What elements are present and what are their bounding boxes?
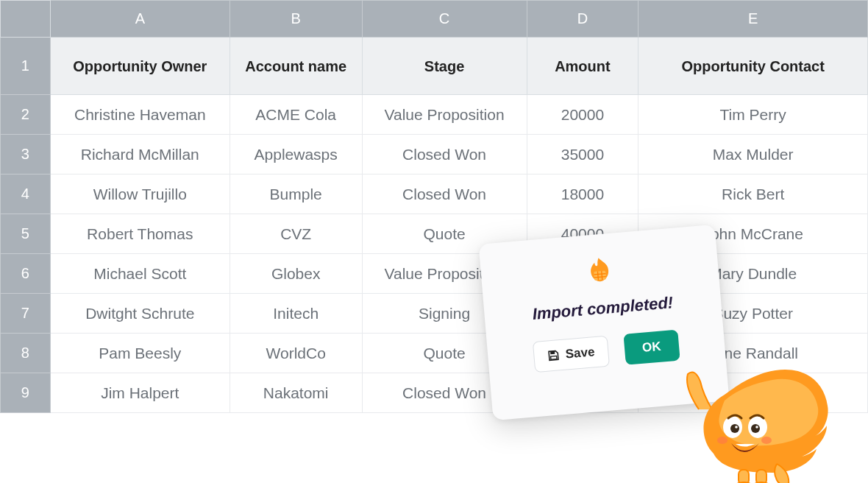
svg-point-13 <box>717 437 728 444</box>
table-row: 8 Pam Beesly WorldCo Quote Jane Randall <box>1 334 868 373</box>
row-number[interactable]: 7 <box>1 294 51 334</box>
cell-owner[interactable]: Christine Haveman <box>50 95 230 135</box>
header-contact[interactable]: Opportunity Contact <box>638 38 868 95</box>
modal-title: Import completed! <box>532 293 674 324</box>
cell-owner[interactable]: Richard McMillan <box>50 135 230 174</box>
table-row: 3 Richard McMillan Applewasps Closed Won… <box>1 135 868 174</box>
cell-owner[interactable]: Willow Trujillo <box>50 174 230 214</box>
cell-owner[interactable]: Robert Thomas <box>50 214 230 254</box>
modal-buttons: Save OK <box>533 330 680 373</box>
row-number[interactable]: 8 <box>1 334 51 373</box>
cell-account[interactable]: CVZ <box>230 214 362 254</box>
cell-account[interactable]: Bumple <box>230 174 362 214</box>
svg-point-11 <box>735 426 738 429</box>
header-row: 1 Opportunity Owner Account name Stage A… <box>1 38 868 95</box>
cell-amount[interactable]: 20000 <box>527 95 638 135</box>
cell-owner[interactable]: Dwitght Schrute <box>50 294 230 334</box>
header-account[interactable]: Account name <box>230 38 362 95</box>
cell-stage[interactable]: Closed Won <box>362 135 527 174</box>
spreadsheet[interactable]: A B C D E 1 Opportunity Owner Account na… <box>0 0 868 413</box>
cell-contact[interactable]: Rick Bert <box>638 174 868 214</box>
col-letter-A[interactable]: A <box>50 1 230 38</box>
svg-point-7 <box>723 416 742 438</box>
col-letter-E[interactable]: E <box>638 1 868 38</box>
ok-button-label: OK <box>641 339 661 355</box>
svg-rect-6 <box>551 356 557 360</box>
save-button[interactable]: Save <box>533 336 610 373</box>
save-button-label: Save <box>565 345 595 362</box>
flame-grid-icon <box>584 255 616 287</box>
row-number[interactable]: 9 <box>1 373 51 413</box>
cell-account[interactable]: Nakatomi <box>230 373 362 413</box>
col-letter-D[interactable]: D <box>527 1 638 38</box>
cell-account[interactable]: Initech <box>230 294 362 334</box>
svg-rect-5 <box>550 351 555 354</box>
svg-point-10 <box>751 424 760 433</box>
cell-account[interactable]: ACME Cola <box>230 95 362 135</box>
svg-rect-0 <box>594 271 606 281</box>
table-row: 4 Willow Trujillo Bumple Closed Won 1800… <box>1 174 868 214</box>
svg-point-8 <box>748 416 767 438</box>
table-row: 6 Michael Scott Globex Value Proposition… <box>1 254 868 294</box>
cell-stage[interactable]: Closed Won <box>362 174 527 214</box>
cell-account[interactable]: Globex <box>230 254 362 294</box>
cell-amount[interactable]: 35000 <box>527 135 638 174</box>
header-stage[interactable]: Stage <box>362 38 527 95</box>
col-letter-B[interactable]: B <box>230 1 362 38</box>
table-row: 7 Dwitght Schrute Initech Signing Suzy P… <box>1 294 868 334</box>
col-letter-C[interactable]: C <box>362 1 527 38</box>
table-row: 2 Christine Haveman ACME Cola Value Prop… <box>1 95 868 135</box>
cell-account[interactable]: WorldCo <box>230 334 362 373</box>
row-number[interactable]: 4 <box>1 174 51 214</box>
table-row: 9 Jim Halpert Nakatomi Closed Won 11000 <box>1 373 868 413</box>
row-number[interactable]: 6 <box>1 254 51 294</box>
cell-owner[interactable]: Jim Halpert <box>50 373 230 413</box>
table-row: 5 Robert Thomas CVZ Quote 40000 John McC… <box>1 214 868 254</box>
ok-button[interactable]: OK <box>624 330 680 365</box>
import-complete-modal: Import completed! Save OK <box>479 225 730 420</box>
cell-stage[interactable]: Value Proposition <box>362 95 527 135</box>
row-number[interactable]: 2 <box>1 95 51 135</box>
svg-rect-15 <box>739 470 749 483</box>
cell-contact[interactable]: Tim Perry <box>638 95 868 135</box>
svg-point-12 <box>755 426 758 429</box>
column-letter-row: A B C D E <box>1 1 868 38</box>
svg-point-9 <box>730 424 739 433</box>
row-number[interactable]: 1 <box>1 38 51 95</box>
cell-account[interactable]: Applewasps <box>230 135 362 174</box>
svg-point-14 <box>761 437 772 444</box>
cell-contact[interactable]: Max Mulder <box>638 135 868 174</box>
save-icon <box>547 349 560 362</box>
row-number[interactable]: 3 <box>1 135 51 174</box>
cell-owner[interactable]: Pam Beesly <box>50 334 230 373</box>
header-owner[interactable]: Opportunity Owner <box>50 38 230 95</box>
cell-amount[interactable]: 18000 <box>527 174 638 214</box>
corner-cell[interactable] <box>1 1 51 38</box>
row-number[interactable]: 5 <box>1 214 51 254</box>
svg-rect-16 <box>756 470 766 483</box>
header-amount[interactable]: Amount <box>527 38 638 95</box>
cell-owner[interactable]: Michael Scott <box>50 254 230 294</box>
